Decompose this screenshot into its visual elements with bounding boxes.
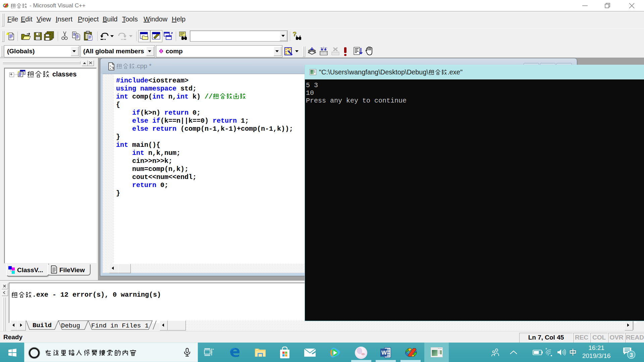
svg-text:3: 3: [630, 352, 633, 358]
svg-text:W: W: [381, 350, 387, 356]
svg-text:?: ?: [293, 31, 297, 38]
